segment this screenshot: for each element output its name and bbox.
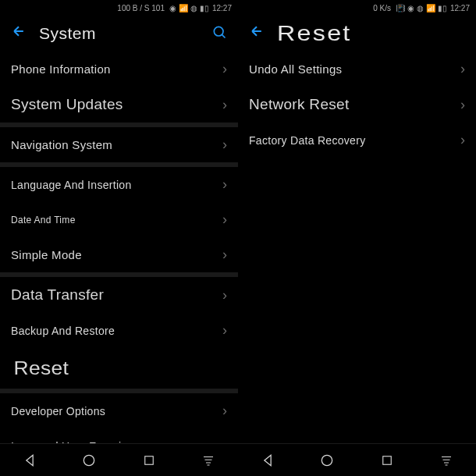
header: Reset — [238, 16, 476, 52]
page-title: System — [39, 24, 199, 43]
nav-recent-button[interactable] — [377, 450, 397, 471]
svg-point-1 — [84, 455, 94, 465]
chevron-right-icon: › — [222, 97, 227, 113]
list-item-label: Developer Options — [11, 405, 105, 417]
list-item-label: Reset — [14, 357, 69, 379]
search-icon[interactable] — [211, 24, 227, 44]
wifi-icon: ◍ — [190, 4, 197, 12]
nav-home-button[interactable] — [317, 450, 337, 471]
list-item-label: Phone Information — [11, 62, 111, 76]
list-item[interactable]: Language And Insertion› — [0, 167, 238, 202]
back-icon[interactable] — [249, 23, 265, 44]
screen-right: 0 K/s 📳 ◉ ◍ 📶 ▮▯ 12:27 Reset Undo All Se… — [238, 0, 476, 476]
status-time: 12:27 — [450, 4, 470, 12]
list-item-label: Navigation System — [11, 138, 112, 151]
list-item-label: Date And Time — [11, 215, 76, 226]
status-network: 0 K/s — [244, 4, 393, 12]
status-bar: 0 K/s 📳 ◉ ◍ 📶 ▮▯ 12:27 — [238, 0, 476, 16]
nav-dropdown-button[interactable] — [198, 450, 218, 471]
eye-icon: ◉ — [407, 4, 414, 12]
nav-dropdown-button[interactable] — [436, 450, 456, 471]
chevron-right-icon: › — [222, 61, 227, 77]
chevron-right-icon: › — [222, 322, 227, 339]
list-item[interactable]: Developer Options› — [0, 393, 238, 428]
nav-bar — [238, 443, 476, 476]
chevron-right-icon: › — [222, 176, 227, 193]
svg-rect-4 — [382, 456, 391, 464]
nav-bar — [0, 443, 238, 476]
status-icons: 📳 ◉ ◍ 📶 ▮▯ — [396, 4, 447, 12]
list-item-label: Undo All Settings — [249, 62, 342, 76]
list-item[interactable]: Navigation System› — [0, 127, 238, 162]
chevron-right-icon: › — [222, 211, 227, 228]
header: System — [0, 16, 238, 52]
battery-icon: ▮▯ — [200, 4, 209, 12]
chevron-right-icon: › — [222, 403, 227, 419]
svg-point-3 — [322, 455, 332, 465]
list-item-label: System Updates — [11, 96, 123, 113]
list-item[interactable]: Phone Information› — [0, 52, 238, 87]
chevron-right-icon: › — [460, 97, 465, 113]
chevron-right-icon: › — [222, 137, 227, 153]
chevron-right-icon: › — [222, 287, 227, 304]
chevron-right-icon: › — [460, 132, 465, 148]
chevron-right-icon: › — [222, 247, 227, 263]
nav-back-button[interactable] — [20, 450, 40, 471]
list-item-label: Simple Mode — [11, 248, 82, 261]
list-item-label: Data Transfer — [11, 286, 104, 304]
nav-back-button[interactable] — [258, 450, 278, 471]
back-icon[interactable] — [11, 23, 27, 44]
signal-icon: 📶 — [179, 4, 188, 12]
screen-left: 100 B / S 101 ◉ 📶 ◍ ▮▯ 12:27 System Phon… — [0, 0, 238, 476]
list-item[interactable]: Reset› — [0, 348, 238, 389]
list-item[interactable]: Undo All Settings› — [238, 52, 476, 87]
list-item[interactable]: Data Transfer› — [0, 277, 238, 313]
list-item[interactable]: Network Reset› — [238, 87, 476, 123]
list-item[interactable]: System Updates› — [0, 87, 238, 123]
chevron-right-icon: › — [222, 438, 227, 443]
vibrate-icon: 📳 — [396, 4, 405, 12]
status-icons: ◉ 📶 ◍ ▮▯ — [169, 4, 209, 12]
nav-recent-button[interactable] — [139, 450, 159, 471]
status-network: 100 B / S 101 — [6, 4, 166, 12]
list-item[interactable]: Simple Mode› — [0, 237, 238, 272]
list-item-label: Backup And Restore — [11, 325, 115, 337]
status-time: 12:27 — [212, 4, 232, 12]
eye-icon: ◉ — [169, 4, 176, 12]
battery-icon: ▮▯ — [438, 4, 447, 12]
list-item-label: Factory Data Recovery — [249, 134, 365, 147]
settings-list: Phone Information›System Updates›Navigat… — [0, 52, 238, 443]
list-item-label: Network Reset — [249, 96, 350, 113]
chevron-right-icon: › — [460, 61, 465, 77]
wifi-icon: ◍ — [417, 4, 424, 12]
status-bar: 100 B / S 101 ◉ 📶 ◍ ▮▯ 12:27 — [0, 0, 238, 16]
list-item[interactable]: Backup And Restore› — [0, 313, 238, 348]
list-item[interactable]: Improved User Experience› — [0, 428, 238, 443]
list-item-label: Language And Insertion — [11, 179, 132, 191]
svg-rect-2 — [144, 456, 153, 464]
nav-home-button[interactable] — [79, 450, 99, 471]
signal-icon: 📶 — [426, 4, 435, 12]
list-item[interactable]: Date And Time› — [0, 202, 238, 237]
page-title: Reset — [277, 21, 476, 46]
list-item[interactable]: Factory Data Recovery› — [238, 123, 476, 158]
svg-point-0 — [214, 27, 223, 36]
reset-list: Undo All Settings›Network Reset›Factory … — [238, 52, 476, 443]
